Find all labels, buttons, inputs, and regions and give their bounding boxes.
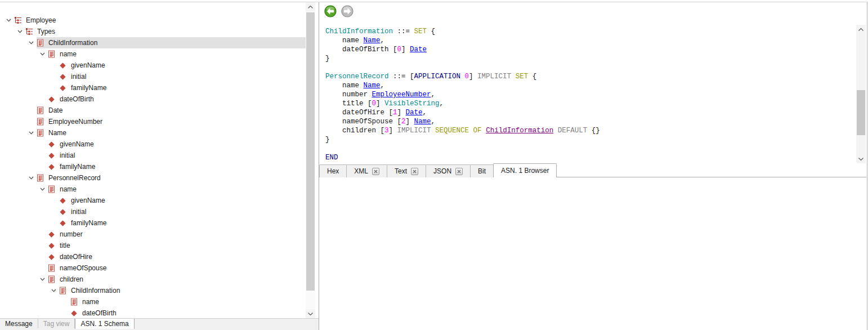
tree-item-initial[interactable]: initial xyxy=(0,71,306,82)
code-token: SET xyxy=(516,73,529,81)
code-token: PersonnelRecord xyxy=(325,73,389,81)
scroll-down-button[interactable] xyxy=(306,309,315,318)
tree-item-children[interactable]: children xyxy=(0,274,306,285)
tree-item-employee[interactable]: Employee xyxy=(0,15,306,26)
tree-item-childinformation[interactable]: ChildInformation xyxy=(0,37,306,48)
tree-item-label: dateOfBirth xyxy=(82,309,117,317)
close-icon[interactable] xyxy=(455,168,463,175)
tree-item-name[interactable]: Name xyxy=(0,127,306,139)
tab-asn-1-schema[interactable]: ASN. 1 Schema xyxy=(75,319,134,329)
tree-item-employeenumber[interactable]: EmployeeNumber xyxy=(0,116,306,127)
tree-item-label: ChildInformation xyxy=(48,39,97,47)
type-icon xyxy=(37,39,47,47)
tree-item-name[interactable]: name xyxy=(0,296,306,307)
scroll-up-button[interactable] xyxy=(306,2,315,11)
code-token: name xyxy=(325,37,364,44)
chevron-down-icon[interactable] xyxy=(37,184,48,195)
tree-item-title[interactable]: title xyxy=(0,240,306,251)
asn1-browser-panel: ChildInformation ::= SET { name Name, da… xyxy=(319,2,866,330)
type-ref-link[interactable]: Name xyxy=(414,118,431,126)
tree-item-dateofhire[interactable]: dateOfHire xyxy=(0,251,306,262)
type-icon xyxy=(70,298,80,306)
code-token: ] xyxy=(376,100,384,108)
back-button[interactable] xyxy=(324,5,337,17)
tree-item-initial[interactable]: initial xyxy=(0,150,306,161)
tree-item-givenname[interactable]: givenName xyxy=(0,139,306,150)
tab-text[interactable]: Text xyxy=(387,164,426,177)
type-ref-link[interactable]: Date xyxy=(406,109,423,117)
code-token: 0 xyxy=(397,46,402,53)
chevron-down-icon[interactable] xyxy=(3,15,14,26)
chevron-down-icon[interactable] xyxy=(48,285,59,296)
scroll-down-button[interactable] xyxy=(856,154,866,163)
tree-item-label: nameOfSpouse xyxy=(60,264,106,272)
type-ref-link[interactable]: Date xyxy=(410,46,427,53)
type-ref-link[interactable]: EmployeeNumber xyxy=(372,91,431,99)
chevron-down-icon[interactable] xyxy=(37,48,48,60)
type-ref-link[interactable]: ChildInformation xyxy=(486,127,553,135)
tree-item-body: number xyxy=(48,229,306,240)
type-ref-link[interactable]: Name xyxy=(364,37,381,44)
tab-bit[interactable]: Bit xyxy=(470,164,494,177)
tab-label: ASN. 1 Browser xyxy=(501,167,549,175)
code-token: IMPLICIT xyxy=(397,127,431,135)
chevron-down-icon[interactable] xyxy=(25,127,37,139)
code-token: ::= [ xyxy=(389,73,414,81)
scrollbar-thumb[interactable] xyxy=(857,90,865,135)
tab-xml[interactable]: XML xyxy=(346,164,387,177)
tab-json[interactable]: JSON xyxy=(426,164,471,177)
close-icon[interactable] xyxy=(372,168,379,175)
scrollbar-thumb[interactable] xyxy=(306,12,315,291)
field-icon xyxy=(48,141,58,148)
code-token: dateOfHire [ xyxy=(325,109,393,117)
tab-asn-1-browser[interactable]: ASN. 1 Browser xyxy=(493,163,557,177)
chevron-placeholder xyxy=(48,82,59,93)
tree-item-personnelrecord[interactable]: PersonnelRecord xyxy=(0,172,306,184)
chevron-placeholder xyxy=(48,217,59,229)
tree-item-name[interactable]: name xyxy=(0,48,306,60)
tab-tag-view[interactable]: Tag view xyxy=(38,319,75,328)
tree-item-familyname[interactable]: familyName xyxy=(0,217,306,229)
tree-item-number[interactable]: number xyxy=(0,229,306,240)
tree-item-label: dateOfBirth xyxy=(60,95,94,103)
tab-hex[interactable]: Hex xyxy=(319,164,347,177)
tree-item-initial[interactable]: initial xyxy=(0,206,306,217)
close-icon[interactable] xyxy=(411,168,418,175)
tree-item-types[interactable]: Types xyxy=(0,26,306,37)
tab-message[interactable]: Message xyxy=(0,319,38,328)
chevron-down-icon[interactable] xyxy=(37,274,48,285)
chevron-placeholder xyxy=(48,195,59,206)
tree-item-familyname[interactable]: familyName xyxy=(0,82,306,93)
tree-item-childinformation[interactable]: ChildInformation xyxy=(0,285,306,296)
tree-item-body: initial xyxy=(59,206,306,217)
code-token: APPLICATION xyxy=(414,73,461,81)
code-token: title [ xyxy=(325,100,372,108)
tree-item-familyname[interactable]: familyName xyxy=(0,161,306,172)
tree-item-dateofbirth[interactable]: dateOfBirth xyxy=(0,307,306,318)
tree-item-date[interactable]: Date xyxy=(0,105,306,116)
chevron-down-icon[interactable] xyxy=(14,26,25,37)
tree-item-givenname[interactable]: givenName xyxy=(0,60,306,71)
type-icon xyxy=(37,118,47,126)
type-ref-link[interactable]: Name xyxy=(364,82,381,90)
scroll-up-button[interactable] xyxy=(856,25,866,34)
tree-item-body: givenName xyxy=(48,139,306,150)
tree-item-name[interactable]: name xyxy=(0,184,306,195)
tab-label: Tag view xyxy=(43,320,70,328)
chevron-down-icon[interactable] xyxy=(25,37,37,48)
code-scrollbar[interactable] xyxy=(856,25,866,163)
tree-item-body: PersonnelRecord xyxy=(37,172,306,184)
tree-item-label: EmployeeNumber xyxy=(48,118,102,126)
tree-scrollbar[interactable] xyxy=(306,2,315,318)
code-token: children [ xyxy=(325,127,384,135)
tree-item-nameofspouse[interactable]: nameOfSpouse xyxy=(0,262,306,274)
forward-button[interactable] xyxy=(341,5,354,17)
tree-item-label: Employee xyxy=(26,16,56,24)
tree-item-dateofbirth[interactable]: dateOfBirth xyxy=(0,93,306,105)
tree-item-body: ChildInformation xyxy=(59,285,306,296)
code-token xyxy=(511,73,516,81)
tree-item-body: name xyxy=(48,184,306,195)
tree-item-givenname[interactable]: givenName xyxy=(0,195,306,206)
tree-item-label: Date xyxy=(48,106,62,114)
chevron-down-icon[interactable] xyxy=(25,172,37,184)
